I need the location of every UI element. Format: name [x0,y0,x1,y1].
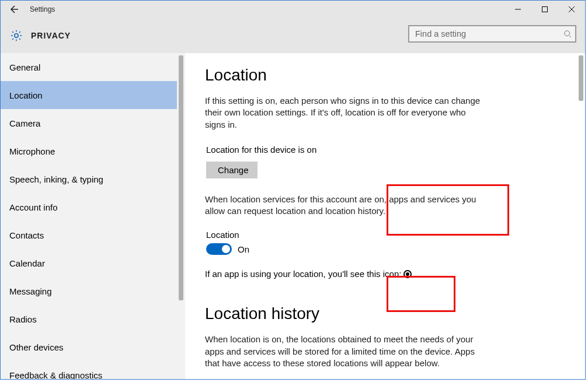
history-description: When location is on, the locations obtai… [205,334,484,369]
section-heading: PRIVACY [31,31,71,40]
header-bar: PRIVACY [1,18,585,53]
gear-icon [10,29,23,42]
content-pane: Location If this setting is on, each per… [185,53,585,379]
search-box[interactable] [408,25,576,43]
sidebar-item-calendar[interactable]: Calendar [1,249,177,277]
sidebar-item-label: Speech, inking, & typing [9,174,103,184]
window-title: Settings [30,5,55,13]
location-toggle[interactable]: On [206,243,275,255]
location-in-use-icon [403,270,412,278]
location-description-1: If this setting is on, each person who s… [205,95,484,131]
sidebar-item-location[interactable]: Location [1,81,177,109]
sidebar: GeneralLocationCameraMicrophoneSpeech, i… [1,53,185,379]
minimize-icon [514,6,521,13]
history-heading: Location history [205,304,577,323]
sidebar-item-label: Contacts [9,230,44,240]
toggle-track [206,243,232,255]
sidebar-item-other-devices[interactable]: Other devices [1,333,177,361]
sidebar-item-label: Camera [9,118,40,128]
svg-line-6 [569,36,572,38]
svg-rect-1 [542,7,548,12]
sidebar-item-label: Feedback & diagnostics [9,370,102,380]
device-location-status: Location for this device is on [206,145,316,155]
sidebar-item-label: Account info [9,202,58,212]
maximize-button[interactable] [531,1,558,18]
sidebar-item-label: Radios [9,314,37,324]
sidebar-item-radios[interactable]: Radios [1,305,177,333]
toggle-knob [222,245,230,253]
title-bar: Settings [1,1,585,18]
sidebar-item-label: Location [9,90,43,100]
back-arrow-icon [9,5,18,14]
minimize-button[interactable] [505,1,531,18]
page-title: Location [205,66,577,85]
sidebar-item-contacts[interactable]: Contacts [1,221,177,249]
sidebar-scroll-thumb[interactable] [179,55,183,300]
location-icon-text: If an app is using your location, you'll… [205,269,401,279]
sidebar-item-general[interactable]: General [1,53,177,81]
close-icon [568,6,575,13]
sidebar-item-label: Calendar [9,258,45,268]
sidebar-item-speech-inking-typing[interactable]: Speech, inking, & typing [1,165,177,193]
back-button[interactable] [1,1,26,18]
window-controls [505,1,585,18]
sidebar-item-label: Other devices [9,342,64,352]
settings-window: Settings PRIVACY GeneralL [0,0,586,380]
sidebar-scrollbar[interactable] [177,53,185,379]
toggle-state: On [238,244,249,254]
sidebar-item-camera[interactable]: Camera [1,109,177,137]
svg-point-5 [565,31,570,36]
location-toggle-label: Location [206,230,275,240]
sidebar-item-label: General [9,62,40,72]
sidebar-item-account-info[interactable]: Account info [1,193,177,221]
maximize-icon [541,6,548,13]
close-button[interactable] [558,1,585,18]
change-button[interactable]: Change [206,162,258,178]
sidebar-item-label: Microphone [9,146,55,156]
content-scrollbar[interactable] [577,53,585,379]
window-body: GeneralLocationCameraMicrophoneSpeech, i… [1,53,585,379]
sidebar-item-label: Messaging [9,286,52,296]
content-scroll-thumb[interactable] [579,55,583,101]
sidebar-item-feedback-diagnostics[interactable]: Feedback & diagnostics [1,361,177,379]
search-input[interactable] [414,29,561,39]
sidebar-item-messaging[interactable]: Messaging [1,277,177,305]
location-description-2: When location services for this account … [205,194,484,218]
sidebar-item-microphone[interactable]: Microphone [1,137,177,165]
svg-point-4 [15,34,18,37]
search-icon [563,30,572,38]
